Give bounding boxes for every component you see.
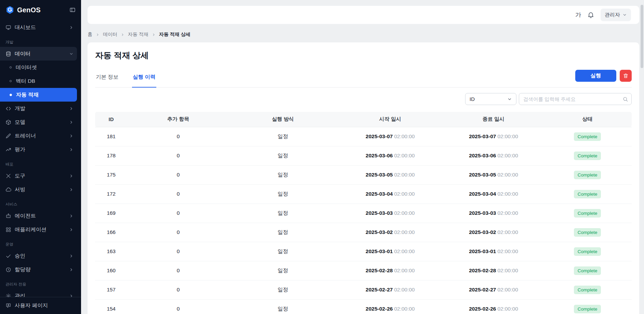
sidebar-collapse-button[interactable] xyxy=(69,7,76,13)
cell-added-items: 0 xyxy=(127,223,229,242)
app-name: GenOS xyxy=(17,6,41,14)
app-logo[interactable]: GenOS xyxy=(5,5,41,14)
sidebar-item-label: 모델 xyxy=(15,119,25,126)
chevron-right-icon xyxy=(69,120,74,125)
cell-end-datetime: 2025-02-2602:00:00 xyxy=(444,299,543,314)
table-row[interactable]: 1780일정2025-03-0602:00:002025-03-0602:00:… xyxy=(95,146,632,165)
sidebar-item-admin[interactable]: 관리 xyxy=(0,289,77,297)
cell-added-items: 0 xyxy=(127,184,229,204)
table-row[interactable]: 1630일정2025-03-0102:00:002025-03-0102:00:… xyxy=(95,242,632,261)
sidebar-item-label: 관리 xyxy=(15,292,25,297)
sidebar-item-label: 트레이너 xyxy=(15,132,36,140)
cell-status: Complete xyxy=(543,280,632,299)
run-history-table: ID추가 항목실행 방식시작 일시종료 일시상태 1810일정2025-03-0… xyxy=(95,112,632,314)
sidebar-item-user-page[interactable]: 사용자 페이지 xyxy=(0,297,81,314)
scrollbar-thumb[interactable] xyxy=(641,5,643,68)
cell-run-method: 일정 xyxy=(229,242,337,261)
sidebar-item-label: 데이터 xyxy=(15,50,31,57)
breadcrumb-item[interactable]: 자동 적재 xyxy=(128,31,148,38)
page-scrollbar[interactable] xyxy=(641,5,643,309)
breadcrumb-item[interactable]: 홈 xyxy=(88,31,92,38)
sidebar-item-application[interactable]: 애플리케이션 xyxy=(0,223,77,236)
status-badge: Complete xyxy=(574,228,601,237)
sidebar-item-label: 대시보드 xyxy=(15,24,36,31)
sidebar-item-evaluation[interactable]: 평가 xyxy=(0,143,77,156)
sidebar-item-develop[interactable]: 개발 xyxy=(0,102,77,115)
table-row[interactable]: 1570일정2025-02-2702:00:002025-02-2702:00:… xyxy=(95,280,632,299)
tab-run-history[interactable]: 실행 이력 xyxy=(132,72,156,88)
sidebar-item-label: 사용자 페이지 xyxy=(15,302,48,309)
cell-start-datetime: 2025-03-0102:00:00 xyxy=(337,242,444,261)
tab-basic-info[interactable]: 기본 정보 xyxy=(95,72,119,88)
cell-end-datetime: 2025-03-0502:00:00 xyxy=(444,165,543,184)
user-page-icon xyxy=(5,303,11,309)
cell-id: 157 xyxy=(95,280,127,299)
breadcrumb-item[interactable]: 데이터 xyxy=(103,31,117,38)
cell-added-items: 0 xyxy=(127,242,229,261)
bullet-icon xyxy=(10,66,12,68)
breadcrumb-item: 자동 적재 상세 xyxy=(159,31,190,38)
topbar: 가 관리자 xyxy=(88,6,639,24)
bell-icon xyxy=(587,11,594,18)
sidebar-item-tools[interactable]: 도구 xyxy=(0,169,77,183)
cell-end-datetime: 2025-03-0202:00:00 xyxy=(444,223,543,242)
delete-button[interactable] xyxy=(620,70,632,82)
status-badge: Complete xyxy=(574,209,601,218)
table-row[interactable]: 1600일정2025-02-2802:00:002025-02-2802:00:… xyxy=(95,261,632,280)
cell-end-datetime: 2025-02-2702:00:00 xyxy=(444,280,543,299)
cell-added-items: 0 xyxy=(127,146,229,165)
sidebar-item-approval[interactable]: 승인 xyxy=(0,249,77,263)
column-header: 종료 일시 xyxy=(444,112,543,127)
search-input[interactable] xyxy=(519,93,632,105)
select-value: ID xyxy=(470,96,475,102)
status-badge: Complete xyxy=(574,190,601,198)
sidebar-item-dashboard[interactable]: 대시보드 xyxy=(0,21,77,34)
chevron-down-icon xyxy=(507,97,512,102)
sidebar-item-dataset[interactable]: 데이터셋 xyxy=(0,61,77,74)
sidebar-item-agent[interactable]: 에이전트 xyxy=(0,209,77,223)
cell-added-items: 0 xyxy=(127,165,229,184)
sidebar-section-label: 서비스 xyxy=(5,202,81,207)
cell-start-datetime: 2025-03-0702:00:00 xyxy=(337,127,444,146)
cell-start-datetime: 2025-03-0402:00:00 xyxy=(337,184,444,204)
sidebar-item-vector-db[interactable]: 벡터 DB xyxy=(0,74,77,88)
sidebar-section-label: 관리자 전용 xyxy=(5,282,81,287)
sidebar-item-model[interactable]: 모델 xyxy=(0,115,77,129)
chevron-right-icon xyxy=(69,25,74,30)
column-header: 실행 방식 xyxy=(229,112,337,127)
table-body: 1810일정2025-03-0702:00:002025-03-0702:00:… xyxy=(95,127,632,314)
cell-end-datetime: 2025-03-0602:00:00 xyxy=(444,146,543,165)
user-menu-button[interactable]: 관리자 xyxy=(601,9,631,21)
search-field-select[interactable]: ID xyxy=(465,93,516,105)
sidebar-item-serving[interactable]: 서빙 xyxy=(0,183,77,196)
sidebar-item-data[interactable]: 데이터 xyxy=(0,47,77,61)
dashboard-icon xyxy=(5,25,11,30)
table-row[interactable]: 1690일정2025-03-0302:00:002025-03-0302:00:… xyxy=(95,204,632,223)
table-row[interactable]: 1540일정2025-02-2602:00:002025-02-2602:00:… xyxy=(95,299,632,314)
sidebar-item-quota[interactable]: 할당량 xyxy=(0,263,77,276)
sidebar-item-trainer[interactable]: 트레이너 xyxy=(0,129,77,143)
table-row[interactable]: 1720일정2025-03-0402:00:002025-03-0402:00:… xyxy=(95,184,632,204)
table-row[interactable]: 1750일정2025-03-0502:00:002025-03-0502:00:… xyxy=(95,165,632,184)
cell-id: 169 xyxy=(95,204,127,223)
run-button[interactable]: 실행 xyxy=(575,70,616,82)
cell-run-method: 일정 xyxy=(229,204,337,223)
table-row[interactable]: 1810일정2025-03-0702:00:002025-03-0702:00:… xyxy=(95,127,632,146)
status-badge: Complete xyxy=(574,247,601,256)
notifications-button[interactable] xyxy=(587,11,594,18)
user-name: 관리자 xyxy=(605,12,620,18)
cell-start-datetime: 2025-02-2602:00:00 xyxy=(337,299,444,314)
font-size-button[interactable]: 가 xyxy=(575,11,581,19)
search-box xyxy=(519,93,632,105)
table-header-row: ID추가 항목실행 방식시작 일시종료 일시상태 xyxy=(95,112,632,127)
cell-status: Complete xyxy=(543,242,632,261)
table-row[interactable]: 1660일정2025-03-0202:00:002025-03-0202:00:… xyxy=(95,223,632,242)
cell-added-items: 0 xyxy=(127,280,229,299)
database-icon xyxy=(5,51,11,57)
cell-status: Complete xyxy=(543,127,632,146)
cell-start-datetime: 2025-03-0502:00:00 xyxy=(337,165,444,184)
chevron-right-icon xyxy=(96,33,100,37)
panel-icon xyxy=(69,7,76,13)
cell-start-datetime: 2025-02-2702:00:00 xyxy=(337,280,444,299)
sidebar-item-auto-load[interactable]: 자동 적재 xyxy=(0,88,77,102)
